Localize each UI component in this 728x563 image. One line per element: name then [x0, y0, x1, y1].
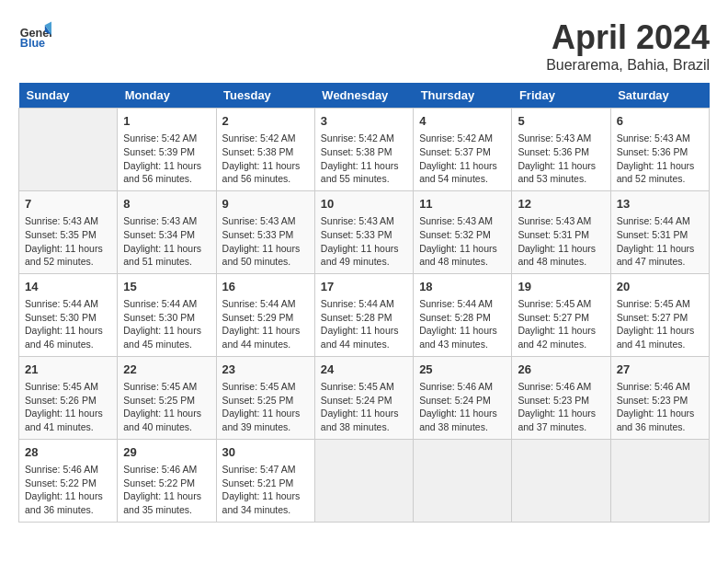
calendar-cell: 8Sunrise: 5:43 AMSunset: 5:34 PMDaylight…: [118, 190, 216, 273]
calendar-cell: [512, 439, 610, 522]
day-info: Sunrise: 5:44 AMSunset: 5:31 PMDaylight:…: [617, 214, 703, 269]
day-number: 13: [617, 196, 703, 213]
calendar-cell: [610, 439, 709, 522]
calendar-table: SundayMondayTuesdayWednesdayThursdayFrid…: [18, 83, 710, 523]
day-number: 7: [25, 196, 111, 213]
logo: General Blue: [18, 18, 51, 52]
svg-text:Blue: Blue: [20, 37, 45, 50]
day-number: 21: [25, 362, 111, 378]
weekday-header-friday: Friday: [512, 83, 610, 109]
day-info: Sunrise: 5:42 AMSunset: 5:37 PMDaylight:…: [419, 132, 506, 186]
calendar-cell: 9Sunrise: 5:43 AMSunset: 5:33 PMDaylight…: [216, 190, 314, 273]
day-info: Sunrise: 5:43 AMSunset: 5:31 PMDaylight:…: [518, 214, 604, 269]
day-info: Sunrise: 5:46 AMSunset: 5:22 PMDaylight:…: [25, 463, 111, 517]
day-info: Sunrise: 5:46 AMSunset: 5:22 PMDaylight:…: [123, 463, 210, 517]
calendar-cell: 12Sunrise: 5:43 AMSunset: 5:31 PMDayligh…: [512, 190, 610, 273]
calendar-week-3: 14Sunrise: 5:44 AMSunset: 5:30 PMDayligh…: [19, 273, 710, 356]
calendar-cell: 23Sunrise: 5:45 AMSunset: 5:25 PMDayligh…: [216, 356, 314, 439]
calendar-cell: 21Sunrise: 5:45 AMSunset: 5:26 PMDayligh…: [19, 356, 118, 439]
day-number: 16: [222, 279, 309, 295]
location: Buerarema, Bahia, Brazil: [546, 57, 710, 74]
weekday-header-monday: Monday: [118, 83, 216, 109]
day-info: Sunrise: 5:45 AMSunset: 5:24 PMDaylight:…: [321, 380, 407, 434]
day-info: Sunrise: 5:43 AMSunset: 5:36 PMDaylight:…: [617, 132, 703, 186]
day-number: 22: [123, 362, 210, 378]
weekday-header-thursday: Thursday: [414, 83, 512, 109]
day-number: 17: [321, 279, 407, 295]
calendar-cell: 7Sunrise: 5:43 AMSunset: 5:35 PMDaylight…: [19, 190, 118, 273]
day-number: 8: [123, 196, 210, 213]
logo-icon: General Blue: [18, 18, 51, 52]
day-number: 23: [222, 362, 309, 378]
day-number: 12: [518, 196, 604, 213]
calendar-cell: 20Sunrise: 5:45 AMSunset: 5:27 PMDayligh…: [610, 273, 709, 356]
calendar-cell: 11Sunrise: 5:43 AMSunset: 5:32 PMDayligh…: [414, 190, 512, 273]
day-info: Sunrise: 5:44 AMSunset: 5:29 PMDaylight:…: [222, 297, 309, 351]
day-number: 2: [222, 113, 309, 130]
day-info: Sunrise: 5:43 AMSunset: 5:33 PMDaylight:…: [321, 214, 407, 269]
page-header: General Blue April 2024 Buerarema, Bahia…: [18, 18, 710, 74]
calendar-week-5: 28Sunrise: 5:46 AMSunset: 5:22 PMDayligh…: [19, 439, 710, 522]
day-info: Sunrise: 5:46 AMSunset: 5:24 PMDaylight:…: [419, 380, 506, 434]
day-number: 14: [25, 279, 111, 295]
calendar-cell: 24Sunrise: 5:45 AMSunset: 5:24 PMDayligh…: [314, 356, 413, 439]
calendar-cell: [314, 439, 413, 522]
day-info: Sunrise: 5:45 AMSunset: 5:26 PMDaylight:…: [25, 380, 111, 434]
calendar-cell: 4Sunrise: 5:42 AMSunset: 5:37 PMDaylight…: [414, 109, 512, 191]
day-number: 15: [123, 279, 210, 295]
calendar-cell: 22Sunrise: 5:45 AMSunset: 5:25 PMDayligh…: [118, 356, 216, 439]
day-info: Sunrise: 5:44 AMSunset: 5:28 PMDaylight:…: [419, 297, 506, 351]
calendar-cell: 27Sunrise: 5:46 AMSunset: 5:23 PMDayligh…: [610, 356, 709, 439]
day-info: Sunrise: 5:43 AMSunset: 5:34 PMDaylight:…: [123, 214, 210, 269]
calendar-cell: 5Sunrise: 5:43 AMSunset: 5:36 PMDaylight…: [512, 109, 610, 191]
title-block: April 2024 Buerarema, Bahia, Brazil: [546, 18, 710, 74]
day-info: Sunrise: 5:43 AMSunset: 5:32 PMDaylight:…: [419, 214, 506, 269]
day-info: Sunrise: 5:45 AMSunset: 5:27 PMDaylight:…: [518, 297, 604, 351]
day-number: 5: [518, 113, 604, 130]
calendar-cell: 3Sunrise: 5:42 AMSunset: 5:38 PMDaylight…: [314, 109, 413, 191]
calendar-cell: 30Sunrise: 5:47 AMSunset: 5:21 PMDayligh…: [216, 439, 314, 522]
day-info: Sunrise: 5:43 AMSunset: 5:36 PMDaylight:…: [518, 132, 604, 186]
day-info: Sunrise: 5:43 AMSunset: 5:33 PMDaylight:…: [222, 214, 309, 269]
calendar-cell: 19Sunrise: 5:45 AMSunset: 5:27 PMDayligh…: [512, 273, 610, 356]
day-info: Sunrise: 5:45 AMSunset: 5:27 PMDaylight:…: [617, 297, 703, 351]
day-info: Sunrise: 5:44 AMSunset: 5:28 PMDaylight:…: [321, 297, 407, 351]
calendar-cell: 26Sunrise: 5:46 AMSunset: 5:23 PMDayligh…: [512, 356, 610, 439]
weekday-header-tuesday: Tuesday: [216, 83, 314, 109]
day-number: 3: [321, 113, 407, 130]
day-info: Sunrise: 5:42 AMSunset: 5:38 PMDaylight:…: [222, 132, 309, 186]
calendar-cell: 10Sunrise: 5:43 AMSunset: 5:33 PMDayligh…: [314, 190, 413, 273]
weekday-header-row: SundayMondayTuesdayWednesdayThursdayFrid…: [19, 83, 710, 109]
calendar-cell: 6Sunrise: 5:43 AMSunset: 5:36 PMDaylight…: [610, 109, 709, 191]
calendar-week-2: 7Sunrise: 5:43 AMSunset: 5:35 PMDaylight…: [19, 190, 710, 273]
calendar-cell: 18Sunrise: 5:44 AMSunset: 5:28 PMDayligh…: [414, 273, 512, 356]
calendar-cell: 16Sunrise: 5:44 AMSunset: 5:29 PMDayligh…: [216, 273, 314, 356]
calendar-week-1: 1Sunrise: 5:42 AMSunset: 5:39 PMDaylight…: [19, 109, 710, 191]
day-number: 10: [321, 196, 407, 213]
calendar-cell: 25Sunrise: 5:46 AMSunset: 5:24 PMDayligh…: [414, 356, 512, 439]
day-number: 11: [419, 196, 506, 213]
day-info: Sunrise: 5:45 AMSunset: 5:25 PMDaylight:…: [222, 380, 309, 434]
calendar-cell: 17Sunrise: 5:44 AMSunset: 5:28 PMDayligh…: [314, 273, 413, 356]
day-number: 28: [25, 444, 111, 461]
day-number: 19: [518, 279, 604, 295]
day-number: 18: [419, 279, 506, 295]
day-number: 27: [617, 362, 703, 378]
calendar-cell: 1Sunrise: 5:42 AMSunset: 5:39 PMDaylight…: [118, 109, 216, 191]
day-number: 24: [321, 362, 407, 378]
day-number: 29: [123, 444, 210, 461]
calendar-cell: 15Sunrise: 5:44 AMSunset: 5:30 PMDayligh…: [118, 273, 216, 356]
day-number: 20: [617, 279, 703, 295]
day-info: Sunrise: 5:44 AMSunset: 5:30 PMDaylight:…: [25, 297, 111, 351]
day-info: Sunrise: 5:47 AMSunset: 5:21 PMDaylight:…: [222, 463, 309, 517]
calendar-cell: 13Sunrise: 5:44 AMSunset: 5:31 PMDayligh…: [610, 190, 709, 273]
calendar-cell: 28Sunrise: 5:46 AMSunset: 5:22 PMDayligh…: [19, 439, 118, 522]
day-number: 25: [419, 362, 506, 378]
calendar-cell: [19, 109, 118, 191]
day-info: Sunrise: 5:46 AMSunset: 5:23 PMDaylight:…: [617, 380, 703, 434]
day-number: 1: [123, 113, 210, 130]
day-info: Sunrise: 5:42 AMSunset: 5:38 PMDaylight:…: [321, 132, 407, 186]
day-number: 9: [222, 196, 309, 213]
day-number: 4: [419, 113, 506, 130]
month-title: April 2024: [546, 18, 710, 57]
